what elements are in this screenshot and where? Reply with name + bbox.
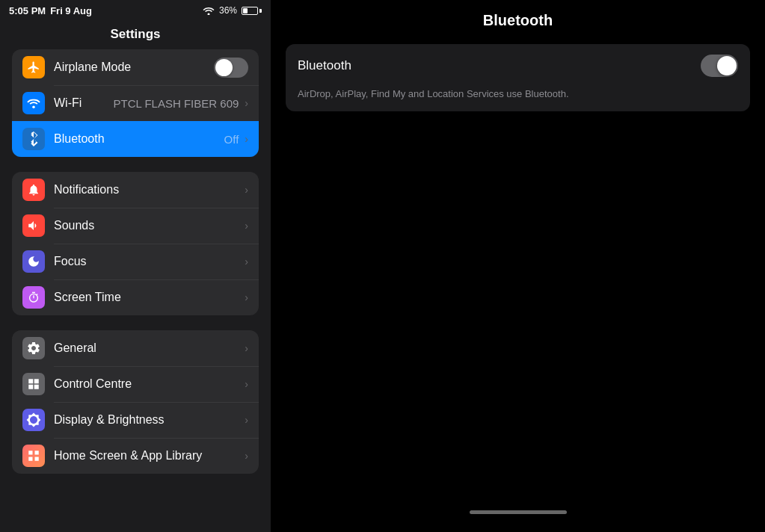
battery-body [242,7,258,15]
sidebar-item-airplane-mode[interactable]: Airplane Mode [12,49,259,85]
home-screen-chevron: › [245,450,248,462]
sidebar-item-bluetooth[interactable]: Bluetooth Off › [12,121,259,157]
wifi-network-name: PTCL FLASH FIBER 609 [113,97,239,110]
sidebar-item-sounds[interactable]: Sounds › [12,208,259,244]
sidebar-item-focus[interactable]: Focus › [12,244,259,279]
display-brightness-chevron: › [245,414,248,426]
control-centre-label: Control Centre [54,377,242,391]
wifi-settings-icon [22,92,45,114]
home-screen-label: Home Screen & App Library [54,449,242,463]
right-content-area [286,111,750,520]
connectivity-group: Airplane Mode Wi-Fi PTCL FLASH FIBER 609… [12,49,259,157]
bluetooth-status: Off [224,133,239,146]
battery-tip [259,9,262,13]
wifi-label: Wi-Fi [54,96,113,110]
airplane-mode-toggle[interactable] [214,58,248,78]
bluetooth-toggle-row[interactable]: Bluetooth [286,44,750,87]
bluetooth-card: Bluetooth AirDrop, AirPlay, Find My and … [286,44,750,111]
screen-time-label: Screen Time [54,291,242,304]
sidebar-item-notifications[interactable]: Notifications › [12,172,259,208]
battery-fill [243,8,248,13]
focus-chevron: › [245,256,248,267]
airplane-mode-icon [22,56,45,78]
battery-icon [242,7,262,15]
notifications-chevron: › [245,184,248,196]
sidebar-item-wifi[interactable]: Wi-Fi PTCL FLASH FIBER 609 › [12,85,259,121]
notifications-icon [22,179,45,201]
bluetooth-chevron: › [245,133,248,145]
bluetooth-icon [22,128,45,150]
bluetooth-card-label: Bluetooth [298,58,351,73]
sidebar-item-display-brightness[interactable]: Display & Brightness › [12,402,259,438]
sounds-icon [22,214,45,237]
settings-title: Settings [0,21,271,49]
display-brightness-icon [22,409,45,431]
general-label: General [54,341,242,355]
sounds-label: Sounds [54,219,242,232]
status-bar: 5:05 PM Fri 9 Aug 36% [0,0,271,21]
focus-icon [22,250,45,273]
screen-time-icon [22,286,45,309]
general-chevron: › [245,342,248,354]
notifications-group: Notifications › Sounds › Focus [12,172,259,315]
general-icon [22,337,45,359]
control-centre-icon [22,373,45,395]
time-display: 5:05 PM [9,5,46,16]
bluetooth-label: Bluetooth [54,132,224,146]
sidebar-item-screen-time[interactable]: Screen Time › [12,279,259,315]
notifications-label: Notifications [54,183,242,197]
general-group: General › Control Centre › Displ [12,330,259,474]
bluetooth-main-toggle[interactable] [701,55,738,77]
sidebar-item-control-centre[interactable]: Control Centre › [12,366,259,402]
screen-time-chevron: › [245,291,248,303]
left-panel: 5:05 PM Fri 9 Aug 36% Settings [0,0,271,532]
status-bar-right: 36% [203,5,262,16]
airplane-mode-label: Airplane Mode [54,61,214,74]
bluetooth-toggle-knob [717,56,737,75]
focus-label: Focus [54,255,242,268]
settings-scroll[interactable]: Airplane Mode Wi-Fi PTCL FLASH FIBER 609… [0,49,271,532]
control-centre-chevron: › [245,378,248,390]
bluetooth-page-title: Bluetooth [286,12,750,29]
right-panel: Bluetooth Bluetooth AirDrop, AirPlay, Fi… [271,0,765,532]
airplane-mode-toggle-knob [215,59,233,76]
sounds-chevron: › [245,220,248,232]
wifi-icon [203,6,215,15]
wifi-chevron: › [245,97,248,109]
home-screen-icon [22,445,45,467]
battery-percentage: 36% [219,5,237,16]
sidebar-item-home-screen[interactable]: Home Screen & App Library › [12,438,259,474]
home-indicator [470,510,567,514]
bluetooth-description: AirDrop, AirPlay, Find My and Location S… [286,87,750,111]
status-bar-left: 5:05 PM Fri 9 Aug [9,5,92,16]
date-display: Fri 9 Aug [50,5,92,16]
sidebar-item-general[interactable]: General › [12,330,259,366]
display-brightness-label: Display & Brightness [54,413,242,427]
